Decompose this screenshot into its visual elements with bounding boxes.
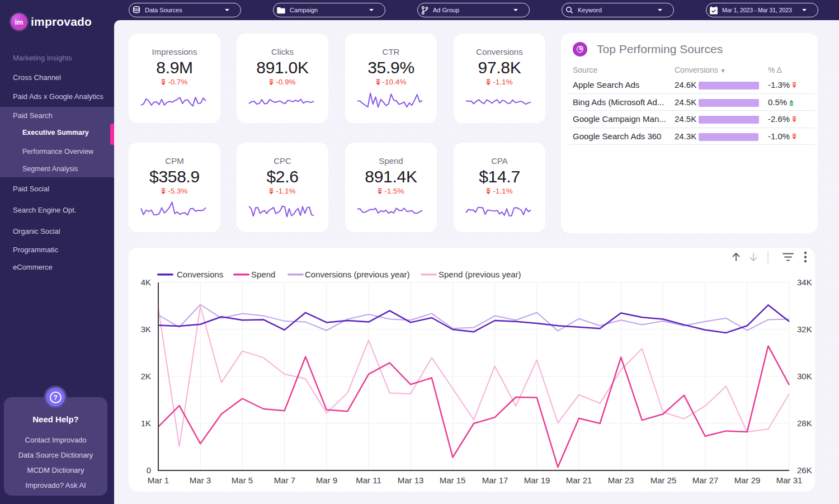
svg-text:Mar 19: Mar 19 — [524, 475, 550, 485]
svg-text:2K: 2K — [141, 371, 151, 381]
svg-text:Conversions (previous year): Conversions (previous year) — [305, 270, 410, 279]
svg-text:26K: 26K — [797, 465, 812, 475]
svg-text:Mar 17: Mar 17 — [482, 475, 508, 485]
svg-text:32K: 32K — [797, 324, 812, 334]
svg-text:Spend (previous year): Spend (previous year) — [439, 270, 521, 279]
svg-text:Mar 31: Mar 31 — [776, 475, 803, 485]
svg-text:Mar 7: Mar 7 — [274, 475, 295, 485]
svg-text:Mar 25: Mar 25 — [651, 475, 677, 485]
svg-text:28K: 28K — [797, 418, 812, 428]
svg-text:Mar 3: Mar 3 — [190, 475, 211, 485]
svg-text:Mar 27: Mar 27 — [692, 475, 719, 485]
svg-text:Spend: Spend — [251, 270, 275, 279]
svg-text:Mar 9: Mar 9 — [316, 475, 337, 485]
svg-text:1K: 1K — [141, 418, 151, 428]
svg-text:Mar 5: Mar 5 — [232, 475, 253, 485]
svg-text:34K: 34K — [797, 277, 812, 287]
svg-text:Mar 21: Mar 21 — [566, 475, 592, 485]
svg-text:0: 0 — [147, 465, 151, 475]
svg-text:Mar 11: Mar 11 — [356, 475, 381, 485]
svg-text:Mar 13: Mar 13 — [398, 475, 424, 485]
svg-text:Conversions: Conversions — [177, 270, 223, 279]
svg-text:30K: 30K — [797, 371, 812, 381]
svg-text:4K: 4K — [141, 277, 151, 287]
svg-text:Mar 15: Mar 15 — [440, 475, 466, 485]
svg-text:3K: 3K — [141, 324, 151, 334]
svg-text:Mar 23: Mar 23 — [608, 475, 634, 485]
svg-text:Mar 29: Mar 29 — [734, 475, 761, 485]
svg-text:Mar 1: Mar 1 — [148, 475, 169, 485]
